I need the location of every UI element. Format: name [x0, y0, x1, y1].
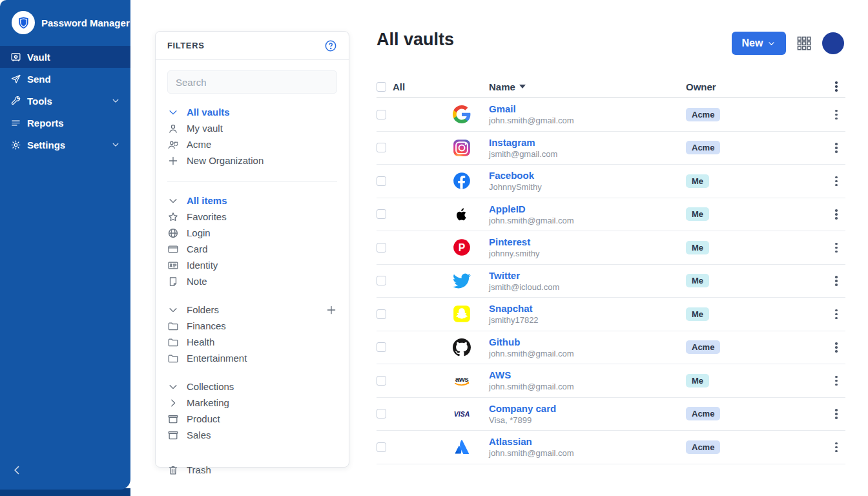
sidebar-item-tools[interactable]: Tools — [0, 90, 130, 112]
row-checkbox[interactable] — [377, 276, 386, 285]
sidebar-item-settings[interactable]: Settings — [0, 134, 130, 156]
note-icon — [167, 276, 179, 287]
row-options-menu[interactable] — [827, 107, 845, 123]
row-checkbox[interactable] — [377, 442, 386, 452]
row-checkbox[interactable] — [377, 110, 386, 119]
filters-body: All vaults My vault Acme New Organizatio… — [156, 104, 349, 478]
row-options-menu[interactable] — [827, 207, 845, 222]
filter-acme[interactable]: Acme — [167, 136, 337, 152]
filter-collections[interactable]: Collections — [167, 378, 337, 395]
filter-identity[interactable]: Identity — [167, 257, 337, 273]
filter-note[interactable]: Note — [167, 273, 337, 289]
item-link-appleid[interactable]: AppleID — [489, 203, 526, 214]
row-checkbox[interactable] — [377, 243, 386, 253]
item-subtitle: johnny.smithy — [489, 249, 686, 259]
filter-collection-product[interactable]: Product — [167, 411, 337, 427]
item-link-twitter[interactable]: Twitter — [489, 270, 520, 281]
filter-new-organization[interactable]: New Organization — [167, 152, 337, 169]
collection-icon — [167, 413, 179, 425]
item-link-facebook[interactable]: Facebook — [489, 170, 534, 181]
filter-folder-finances[interactable]: Finances — [167, 318, 337, 334]
instagram-icon — [451, 139, 473, 157]
new-button[interactable]: New — [732, 32, 786, 55]
row-options-menu[interactable] — [827, 240, 845, 256]
filter-all-vaults[interactable]: All vaults — [167, 104, 337, 120]
row-options-menu[interactable] — [827, 406, 845, 422]
row-checkbox[interactable] — [377, 409, 386, 418]
item-subtitle: john.smith@gmail.com — [489, 349, 686, 359]
item-link-atlassian[interactable]: Atlassian — [489, 436, 532, 447]
filter-all-items[interactable]: All items — [167, 192, 337, 209]
row-options-menu[interactable] — [827, 140, 845, 156]
help-icon[interactable] — [324, 39, 337, 52]
row-options-menu[interactable] — [827, 373, 845, 389]
collections-filter-section: Collections Marketing Product Sales — [167, 378, 337, 443]
row-options-menu[interactable] — [827, 273, 845, 289]
item-link-snapchat[interactable]: Snapchat — [489, 303, 533, 314]
item-subtitle: john.smith@gmail.com — [489, 216, 686, 226]
table-options-menu[interactable] — [827, 79, 845, 94]
filter-favorites[interactable]: Favorites — [167, 209, 337, 225]
filter-folders[interactable]: Folders — [167, 302, 337, 318]
chevron-down-icon — [111, 140, 120, 149]
chevron-right-icon — [167, 397, 179, 409]
row-checkbox[interactable] — [377, 209, 386, 219]
add-folder-button[interactable] — [326, 304, 337, 316]
filter-my-vault[interactable]: My vault — [167, 120, 337, 136]
item-link-pinterest[interactable]: Pinterest — [489, 236, 530, 247]
filter-card[interactable]: Card — [167, 241, 337, 257]
collapse-sidebar-button[interactable] — [10, 464, 23, 477]
plus-icon — [167, 155, 179, 167]
row-options-menu[interactable] — [827, 340, 845, 355]
row-checkbox[interactable] — [377, 342, 386, 352]
row-checkbox[interactable] — [377, 376, 386, 386]
row-options-menu[interactable] — [827, 174, 845, 189]
apps-grid-icon[interactable] — [796, 35, 812, 52]
filter-collection-marketing[interactable]: Marketing — [167, 395, 337, 411]
filter-collection-sales[interactable]: Sales — [167, 427, 337, 443]
item-subtitle: jsmithy17822 — [489, 315, 686, 326]
sidebar-item-vault[interactable]: Vault — [0, 46, 130, 68]
sidebar-nav: Vault Send Tools — [0, 46, 130, 156]
select-all-checkbox[interactable] — [377, 82, 386, 92]
item-link-aws[interactable]: AWS — [489, 369, 511, 380]
owner-badge: Me — [686, 174, 709, 188]
chevron-down-icon — [111, 96, 120, 105]
row-checkbox[interactable] — [377, 176, 386, 186]
item-subtitle: john.smith@gmail.com — [489, 116, 686, 126]
row-options-menu[interactable] — [827, 307, 845, 322]
top-actions: New — [732, 32, 844, 55]
avatar[interactable] — [822, 32, 844, 54]
filter-folder-entertainment[interactable]: Entertainment — [167, 350, 337, 366]
item-link-gmail[interactable]: Gmail — [489, 103, 516, 114]
filter-trash[interactable]: Trash — [167, 462, 337, 478]
sidebar-item-reports[interactable]: Reports — [0, 112, 130, 134]
table-row: Snapchat jsmithy17822 Me — [377, 298, 845, 331]
svg-text:VISA: VISA — [454, 410, 470, 418]
facebook-icon — [451, 172, 473, 190]
item-link-company-card[interactable]: Company card — [489, 403, 556, 414]
visa-icon: VISA — [451, 405, 473, 423]
search-input[interactable] — [167, 70, 337, 94]
row-checkbox[interactable] — [377, 309, 386, 319]
row-options-menu[interactable] — [827, 440, 845, 455]
owner-badge: Acme — [686, 407, 720, 420]
gmail-icon — [451, 105, 473, 123]
row-checkbox[interactable] — [377, 143, 386, 152]
item-link-instagram[interactable]: Instagram — [489, 137, 535, 148]
item-link-github[interactable]: Github — [489, 336, 520, 347]
filter-folder-health[interactable]: Health — [167, 334, 337, 350]
github-icon — [451, 338, 473, 356]
reports-icon — [10, 118, 21, 129]
settings-icon — [10, 140, 21, 150]
filter-login[interactable]: Login — [167, 225, 337, 241]
user-icon — [167, 123, 179, 134]
column-header-name[interactable]: Name — [489, 81, 686, 92]
owner-badge: Acme — [686, 141, 720, 154]
select-all-label: All — [393, 81, 405, 92]
atlassian-icon — [451, 438, 473, 456]
sidebar-item-send[interactable]: Send — [0, 68, 130, 90]
globe-icon — [167, 227, 179, 239]
org-icon — [167, 139, 179, 150]
table-body: Gmail john.smith@gmail.com Acme Instagra… — [377, 98, 845, 464]
